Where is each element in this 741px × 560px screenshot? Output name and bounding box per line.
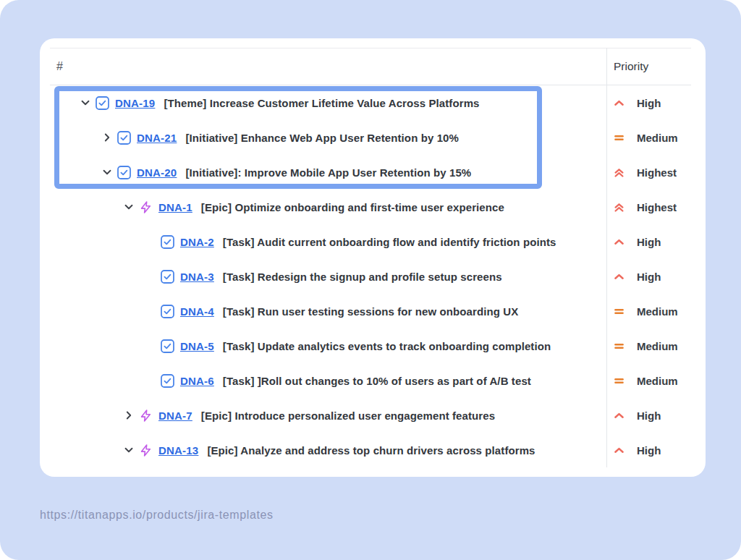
priority-medium-icon (613, 305, 625, 318)
priority-label: High (637, 97, 661, 109)
issue-summary: [Task] ]Roll out changes to 10% of users… (223, 375, 531, 387)
issue-summary: [Epic] Introduce personalized user engag… (201, 410, 495, 422)
issue-summary: [Task] Redesign the signup and profile s… (223, 271, 502, 283)
priority-medium-icon (613, 375, 625, 387)
issue-summary: [Initiative]: Improve Mobile App User Re… (185, 166, 471, 179)
column-header-priority: Priority (614, 60, 648, 73)
priority-label: Medium (637, 305, 678, 318)
issue-row[interactable]: DNA-6[Task] ]Roll out changes to 10% of … (40, 363, 706, 398)
chevron-down-icon[interactable] (122, 444, 136, 456)
issue-row[interactable]: DNA-21[Initiative] Enhance Web App User … (40, 120, 706, 155)
issue-summary: [Initiative] Enhance Web App User Retent… (185, 132, 459, 144)
issue-rows: DNA-19[Theme] Increase Customer Lifetime… (40, 85, 706, 467)
priority-high-icon (613, 410, 625, 422)
issue-row[interactable]: DNA-20[Initiative]: Improve Mobile App U… (40, 155, 706, 190)
priority-label: High (637, 236, 661, 248)
issue-summary: [Task] Update analytics events to track … (223, 340, 551, 352)
priority-highest-icon (613, 166, 625, 179)
priority-high-icon (613, 271, 625, 283)
issue-key-link[interactable]: DNA-5 (180, 340, 214, 352)
priority-label: High (637, 271, 661, 283)
priority-high-icon (613, 97, 625, 109)
issue-key-link[interactable]: DNA-1 (158, 201, 192, 213)
priority-high-icon (613, 444, 625, 457)
chevron-right-icon[interactable] (100, 132, 114, 143)
priority-label: Medium (637, 132, 678, 144)
task-icon (161, 374, 174, 388)
issues-table-card: # Priority DNA-19[Theme] Increase Custom… (40, 38, 706, 477)
issue-row[interactable]: DNA-7[Epic] Introduce personalized user … (40, 398, 706, 433)
task-icon (161, 305, 174, 318)
column-header-issues: # (56, 60, 63, 73)
priority-label: Highest (637, 166, 677, 179)
task-icon (161, 235, 174, 249)
task-icon (161, 270, 174, 284)
issue-row[interactable]: DNA-1[Epic] Optimize onboarding and firs… (40, 190, 706, 224)
chevron-down-icon[interactable] (100, 166, 114, 178)
task-icon (161, 339, 174, 353)
issue-summary: [Task] Run user testing sessions for new… (223, 305, 519, 318)
priority-medium-icon (613, 132, 625, 144)
chevron-down-icon[interactable] (122, 201, 136, 213)
page-background: # Priority DNA-19[Theme] Increase Custom… (0, 0, 741, 560)
epic-icon (139, 444, 153, 457)
issue-row[interactable]: DNA-3[Task] Redesign the signup and prof… (40, 259, 706, 294)
issue-key-link[interactable]: DNA-4 (180, 305, 214, 318)
task-icon (117, 166, 131, 179)
issue-summary: [Theme] Increase Customer Lifetime Value… (164, 97, 479, 109)
issue-key-link[interactable]: DNA-19 (115, 97, 155, 109)
priority-label: High (637, 444, 661, 457)
issue-summary: [Task] Audit current onboarding flow and… (223, 236, 556, 248)
epic-icon (139, 200, 153, 214)
issue-row[interactable]: DNA-5[Task] Update analytics events to t… (40, 328, 706, 363)
table-header-row: # Priority (40, 48, 706, 85)
priority-high-icon (613, 236, 625, 248)
issue-row[interactable]: DNA-4[Task] Run user testing sessions fo… (40, 294, 706, 328)
issue-key-link[interactable]: DNA-6 (180, 375, 214, 387)
issue-key-link[interactable]: DNA-21 (137, 132, 177, 144)
priority-label: High (637, 410, 661, 422)
priority-medium-icon (613, 340, 625, 352)
issue-key-link[interactable]: DNA-3 (180, 271, 214, 283)
url-caption: https://titanapps.io/products/jira-templ… (40, 509, 274, 522)
task-icon (96, 96, 109, 110)
priority-label: Highest (637, 201, 677, 213)
issue-row[interactable]: DNA-13[Epic] Analyze and address top chu… (40, 433, 706, 467)
issue-key-link[interactable]: DNA-13 (158, 444, 198, 457)
issue-row[interactable]: DNA-2[Task] Audit current onboarding flo… (40, 224, 706, 259)
issue-key-link[interactable]: DNA-2 (180, 236, 214, 248)
task-icon (117, 131, 131, 145)
chevron-down-icon[interactable] (78, 97, 93, 109)
issue-summary: [Epic] Analyze and address top churn dri… (207, 444, 535, 457)
priority-label: Medium (637, 340, 678, 352)
priority-label: Medium (637, 375, 678, 387)
issue-key-link[interactable]: DNA-7 (158, 410, 192, 422)
issue-summary: [Epic] Optimize onboarding and first-tim… (201, 201, 504, 213)
priority-highest-icon (613, 201, 625, 213)
epic-icon (139, 409, 153, 423)
issue-row[interactable]: DNA-19[Theme] Increase Customer Lifetime… (40, 85, 706, 120)
chevron-right-icon[interactable] (122, 410, 136, 421)
issue-key-link[interactable]: DNA-20 (137, 166, 177, 179)
